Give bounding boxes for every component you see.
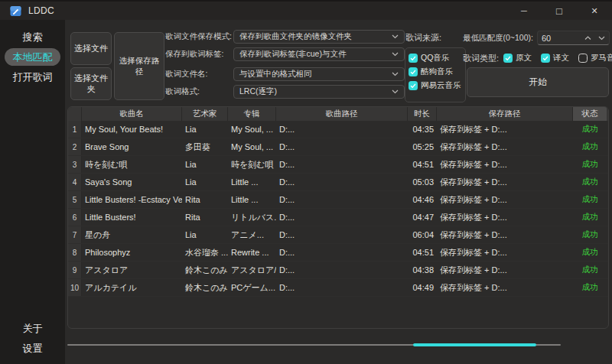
column-header[interactable]: 时长 (408, 107, 437, 121)
close-button[interactable]: ✕ (577, 2, 612, 20)
translated-checkbox[interactable] (541, 54, 550, 63)
check-icon (409, 68, 417, 76)
sidebar-nav-top: 搜索本地匹配打开歌词 (0, 20, 65, 86)
table-row[interactable]: 9アスタロア鈴木このみアスタロア/...D:...04:38保存到标签 + D:… (68, 262, 608, 279)
chevron-down-icon (392, 72, 399, 76)
cell-save-path: 保存到标签 + D:... (437, 121, 573, 138)
original-checkbox[interactable] (503, 54, 513, 63)
select-save-path-button[interactable]: 选择保存路径 (114, 32, 164, 100)
cell-num: 6 (68, 209, 82, 226)
save-mode-select[interactable]: 保存到歌曲文件夹的镜像文件夹 (233, 30, 405, 44)
progress-bar-segment (413, 343, 536, 346)
table-row[interactable]: 2Brave Song多田葵My Soul, ...D:...05:25保存到标… (68, 138, 608, 156)
table-header: 歌曲名艺术家专辑歌曲路径时长保存路径状态 (68, 107, 608, 121)
start-button[interactable]: 开始 (467, 67, 609, 97)
cell-status: 成功 (573, 191, 607, 208)
cell-album: アスタロア/... (228, 262, 276, 278)
table-row[interactable]: 5Little Busters! -Ecstacy Ver.-RitaLittl… (68, 191, 608, 209)
qq-music-checkbox[interactable] (409, 54, 418, 63)
table-row[interactable]: 10アルカテイル鈴木このみPCゲーム...D:...04:49保存到标签 + D… (68, 279, 608, 297)
cell-num: 7 (68, 226, 82, 243)
cell-song: 時を刻む唄 (82, 156, 182, 173)
filename-select[interactable]: 与设置中的格式相同 (233, 67, 405, 81)
cell-album: アニメ... (228, 226, 276, 243)
kugou-music-checkbox[interactable] (409, 67, 418, 76)
check-icon (409, 82, 417, 89)
chevron-down-icon (392, 89, 399, 94)
netease-music-checkbox[interactable] (409, 81, 418, 90)
column-header[interactable]: 歌曲名 (82, 107, 182, 121)
romaji-label: 罗马音 (591, 53, 612, 63)
cell-status: 成功 (573, 138, 607, 155)
cell-duration: 04:49 (408, 279, 437, 296)
tag-save-row: 保存到歌词标签:保存到歌词标签(非cue)与文件 (165, 47, 405, 61)
cell-artist: Rita (182, 191, 228, 208)
original-option: 原文 (503, 53, 532, 63)
progress-bar (67, 344, 561, 346)
cell-song: アルカテイル (82, 279, 182, 296)
column-header[interactable]: 艺术家 (182, 107, 228, 121)
sidebar-item-search[interactable]: 搜索 (5, 28, 60, 46)
cell-duration: 04:35 (408, 121, 437, 138)
minimize-button[interactable]: ─ (506, 2, 542, 20)
min-match-row: 最低匹配度(0~100): 60 (463, 31, 610, 45)
cell-num: 3 (68, 156, 82, 173)
original-label: 原文 (516, 53, 532, 63)
kugou-music-label: 酷狗音乐 (421, 67, 453, 77)
table-row[interactable]: 1My Soul, Your Beats!LiaMy Soul, ...D:..… (68, 121, 608, 138)
lyric-type-row: 歌词类型: 原文译文罗马音 (463, 51, 612, 65)
min-match-value: 60 (542, 34, 551, 43)
min-match-spinner[interactable]: 60 (537, 31, 610, 45)
column-header[interactable]: 歌曲路径 (276, 107, 408, 121)
select-file-button[interactable]: 选择文件 (70, 32, 112, 65)
cell-num: 9 (68, 262, 82, 278)
cell-save-path: 保存到标签 + D:... (437, 262, 573, 278)
table-row[interactable]: 3時を刻む唄Lia時を刻む唄 ...D:...04:51保存到标签 + D:..… (68, 156, 608, 174)
app-logo-icon (10, 5, 21, 17)
column-header[interactable]: 专辑 (228, 107, 276, 121)
cell-save-path: 保存到标签 + D:... (437, 174, 573, 190)
column-header[interactable]: 状态 (573, 107, 607, 121)
chevron-down-icon (392, 34, 399, 39)
column-header[interactable]: 保存路径 (437, 107, 573, 121)
sidebar-item-settings[interactable]: 设置 (5, 340, 60, 357)
save-mode-row: 歌词文件保存模式:保存到歌曲文件夹的镜像文件夹 (165, 30, 405, 44)
table-row[interactable]: 8Philosophyz水谷瑠奈 ...Rewrite ...D:...04:5… (68, 244, 608, 262)
cell-path: D:... (276, 262, 408, 278)
cell-duration: 05:25 (408, 138, 437, 155)
cell-album: Rewrite ... (228, 244, 276, 261)
format-select[interactable]: LRC(逐字) (233, 85, 405, 99)
cell-path: D:... (276, 156, 408, 173)
cell-album: Little ... (228, 174, 276, 190)
column-header-index[interactable] (68, 107, 82, 121)
cell-path: D:... (276, 121, 408, 138)
cell-song: Brave Song (82, 138, 182, 155)
lyrics-source-list: QQ音乐酷狗音乐网易云音乐 (405, 47, 466, 102)
tag-save-select[interactable]: 保存到歌词标签(非cue)与文件 (233, 47, 405, 61)
cell-status: 成功 (573, 244, 607, 261)
check-icon (409, 54, 417, 62)
cell-song: Little Busters! (82, 209, 182, 226)
romaji-checkbox[interactable] (578, 54, 588, 63)
sidebar-item-open-lyrics[interactable]: 打开歌词 (5, 68, 60, 86)
chevron-down-icon (392, 52, 399, 57)
cell-path: D:... (276, 279, 408, 296)
spin-up-icon[interactable] (584, 36, 591, 41)
netease-music-option: 网易云音乐 (409, 80, 465, 92)
table-row[interactable]: 4Saya's SongLiaLittle ...D:...05:03保存到标签… (68, 174, 608, 191)
sidebar-item-about[interactable]: 关于 (5, 320, 60, 337)
table-row[interactable]: 6Little Busters!Ritaリトルバス...D:...04:47保存… (68, 209, 608, 226)
sidebar-item-local-match[interactable]: 本地匹配 (5, 48, 60, 66)
maximize-button[interactable]: □ (542, 2, 577, 20)
cell-save-path: 保存到标签 + D:... (437, 279, 573, 296)
sidebar: 搜索本地匹配打开歌词 关于设置 (0, 20, 65, 364)
filename-row: 歌词文件名:与设置中的格式相同 (165, 67, 405, 81)
sidebar-nav-bottom: 关于设置 (0, 317, 65, 359)
kugou-music-option: 酷狗音乐 (409, 66, 465, 78)
spin-down-icon[interactable] (598, 36, 605, 41)
table-row[interactable]: 7星の舟Liaアニメ...D:...06:04保存到标签 + D:...成功 (68, 226, 608, 244)
cell-status: 成功 (573, 226, 607, 243)
select-folder-button[interactable]: 选择文件夹 (70, 67, 112, 100)
cell-status: 成功 (573, 156, 607, 173)
cell-album: My Soul, ... (228, 138, 276, 155)
